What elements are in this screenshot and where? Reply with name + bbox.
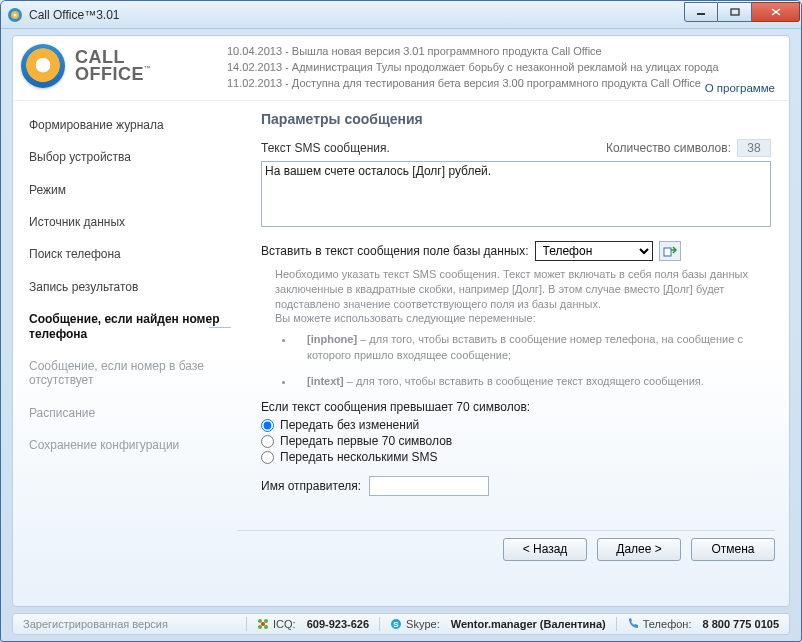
help-paragraph: Необходимо указать текст SMS сообщения. … (275, 267, 771, 326)
sidebar-item-1[interactable]: Выбор устройства (27, 147, 237, 167)
svg-point-10 (264, 619, 268, 623)
svg-point-12 (264, 625, 268, 629)
help-variable: [intext] – для того, чтобы вставить в со… (295, 374, 771, 390)
sender-label: Имя отправителя: (261, 479, 361, 493)
limit-option-label: Передать несколькими SMS (280, 450, 437, 464)
statusbar: Зарегистрированная версия ICQ: 609-923-6… (12, 613, 790, 635)
svg-text:S: S (393, 620, 399, 629)
charcount-label: Количество символов: (606, 141, 731, 155)
app-logo: CALL OFFICE™ (21, 44, 227, 88)
limit-radio[interactable] (261, 435, 274, 448)
sidebar-item-6[interactable]: Сообщение, если найден номер телефона (27, 309, 237, 344)
help-variable-list: [inphone] – для того, чтобы вставить в с… (295, 332, 771, 390)
insert-field-button[interactable] (659, 241, 681, 261)
sender-input[interactable] (369, 476, 489, 496)
wizard-nav: < Назад Далее > Отмена (503, 538, 775, 561)
phone-icon (627, 618, 639, 630)
status-icq: ICQ: 609-923-626 (247, 618, 379, 630)
icq-icon (257, 618, 269, 630)
db-field-select[interactable]: Телефон (535, 241, 653, 261)
sidebar-item-4[interactable]: Поиск телефона (27, 244, 237, 264)
sidebar-item-3[interactable]: Источник данных (27, 212, 237, 232)
limit-radio[interactable] (261, 451, 274, 464)
status-skype: S Skype: Wentor.manager (Валентина) (380, 618, 616, 630)
window-title: Call Office™3.01 (29, 8, 120, 22)
section-title: Параметры сообщения (261, 111, 771, 127)
sms-textarea[interactable] (261, 161, 771, 227)
sidebar-item-0[interactable]: Формирование журнала (27, 115, 237, 135)
sidebar-item-8: Расписание (27, 403, 237, 423)
svg-point-2 (14, 13, 17, 16)
sidebar-item-7: Сообщение, если номер в базе отсутствует (27, 356, 237, 391)
limit-option-0[interactable]: Передать без изменений (261, 418, 771, 432)
panel-header: CALL OFFICE™ 10.04.2013 - Вышла новая ве… (13, 36, 789, 101)
next-button[interactable]: Далее > (597, 538, 681, 561)
insert-icon (663, 245, 677, 257)
limit-heading: Если текст сообщения превышает 70 символ… (261, 400, 771, 414)
window-controls (684, 2, 800, 22)
main-panel: CALL OFFICE™ 10.04.2013 - Вышла новая ве… (12, 35, 790, 607)
limit-option-1[interactable]: Передать первые 70 символов (261, 434, 771, 448)
charcount-value: 38 (737, 139, 771, 157)
svg-point-13 (261, 622, 265, 626)
sidebar: Формирование журналаВыбор устройстваРежи… (13, 101, 237, 567)
limit-option-label: Передать первые 70 символов (280, 434, 452, 448)
limit-radio[interactable] (261, 419, 274, 432)
panel-body: Формирование журналаВыбор устройстваРежи… (13, 101, 789, 567)
sidebar-item-2[interactable]: Режим (27, 180, 237, 200)
limit-option-2[interactable]: Передать несколькими SMS (261, 450, 771, 464)
news-line: 10.04.2013 - Вышла новая версия 3.01 про… (227, 44, 767, 60)
app-window: Call Office™3.01 CALL OFFICE™ 10.04.2013… (0, 0, 802, 642)
close-button[interactable] (752, 2, 800, 22)
svg-rect-4 (731, 9, 739, 15)
sidebar-item-9: Сохранение конфигурации (27, 435, 237, 455)
status-phone: Телефон: 8 800 775 0105 (617, 618, 789, 630)
news-line: 11.02.2013 - Доступна для тестирования б… (227, 76, 767, 92)
sidebar-item-5[interactable]: Запись результатов (27, 277, 237, 297)
titlebar: Call Office™3.01 (1, 1, 801, 29)
svg-point-9 (258, 619, 262, 623)
maximize-button[interactable] (718, 2, 752, 22)
svg-point-11 (258, 625, 262, 629)
app-icon (7, 7, 23, 23)
content-area: Параметры сообщения Текст SMS сообщения.… (237, 101, 789, 567)
news-ticker: 10.04.2013 - Вышла новая версия 3.01 про… (227, 44, 773, 92)
back-button[interactable]: < Назад (503, 538, 587, 561)
cancel-button[interactable]: Отмена (691, 538, 775, 561)
sms-text-label: Текст SMS сообщения. (261, 141, 390, 155)
registration-status: Зарегистрированная версия (13, 618, 178, 630)
skype-icon: S (390, 618, 402, 630)
limit-option-label: Передать без изменений (280, 418, 419, 432)
svg-rect-7 (664, 248, 671, 256)
about-link[interactable]: О программе (705, 76, 775, 94)
minimize-button[interactable] (684, 2, 718, 22)
help-variable: [inphone] – для того, чтобы вставить в с… (295, 332, 771, 364)
news-line: 14.02.2013 - Администрация Тулы продолжа… (227, 60, 767, 76)
insert-field-label: Вставить в текст сообщения поле базы дан… (261, 244, 529, 258)
